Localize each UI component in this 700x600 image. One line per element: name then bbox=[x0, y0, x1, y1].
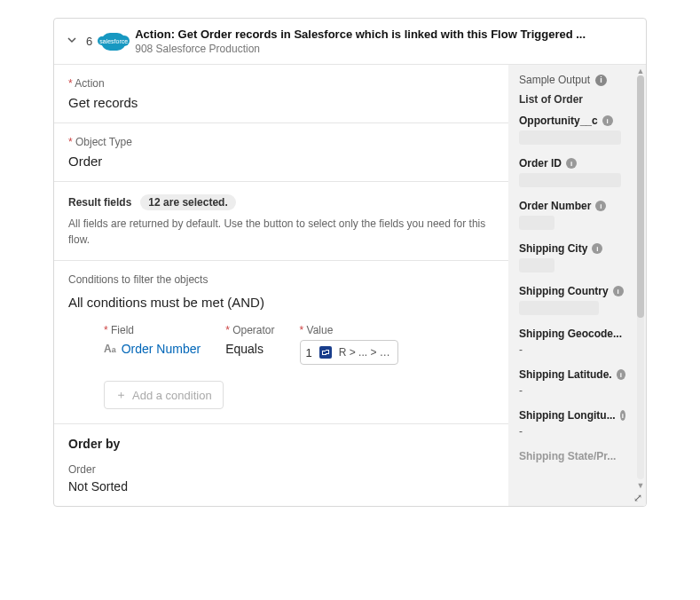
sample-field: Shipping Countryi bbox=[519, 285, 639, 315]
info-icon[interactable]: i bbox=[602, 115, 613, 126]
sample-field-value: - bbox=[519, 384, 639, 397]
step-title: Action: Get Order records in Salesforce … bbox=[135, 28, 586, 41]
filter-operator-label: Operator bbox=[225, 324, 274, 336]
sample-field: Order Numberi bbox=[519, 200, 639, 230]
info-icon[interactable]: i bbox=[620, 410, 625, 421]
info-icon[interactable]: i bbox=[595, 201, 606, 211]
sample-field: Order IDi bbox=[519, 157, 639, 187]
expand-icon[interactable]: ⤢ bbox=[633, 492, 642, 504]
order-by-section: Order by Order Not Sorted bbox=[54, 424, 508, 506]
sample-scrollbar[interactable] bbox=[637, 75, 644, 479]
filter-field-name: Order Number bbox=[122, 342, 201, 356]
main-column: Action Get records Object Type Order Res… bbox=[54, 65, 508, 506]
chevron-down-icon[interactable] bbox=[67, 35, 77, 48]
sample-field: Opportunity__ci bbox=[519, 114, 639, 145]
sample-output-title: Sample Output bbox=[519, 74, 590, 86]
sample-field: Shipping State/Pr... bbox=[519, 450, 639, 462]
sample-field-value: - bbox=[519, 425, 639, 438]
step-number: 6 bbox=[86, 35, 92, 48]
add-condition-button[interactable]: ＋ Add a condition bbox=[104, 381, 224, 409]
info-icon[interactable]: i bbox=[617, 369, 625, 380]
order-by-heading: Order by bbox=[68, 437, 494, 451]
conditions-section: Conditions to filter the objects All con… bbox=[54, 261, 508, 424]
scroll-thumb[interactable] bbox=[637, 75, 644, 318]
info-icon[interactable]: i bbox=[613, 286, 624, 296]
filter-operator-value[interactable]: Equals bbox=[225, 342, 274, 356]
sample-field-label: Order Numberi bbox=[519, 200, 625, 212]
sample-output-title-row: Sample Output i bbox=[519, 74, 639, 86]
sample-field-label: Order IDi bbox=[519, 157, 625, 170]
action-value[interactable]: Get records bbox=[68, 95, 494, 110]
info-icon[interactable]: i bbox=[595, 75, 607, 86]
sample-field-label: Shipping Countryi bbox=[519, 285, 625, 297]
order-value[interactable]: Not Sorted bbox=[68, 479, 494, 493]
filter-field-value[interactable]: Aa Order Number bbox=[104, 342, 201, 356]
sample-field-label: Opportunity__ci bbox=[519, 114, 625, 127]
sample-field: Shipping Cityi bbox=[519, 242, 639, 272]
sample-field-placeholder bbox=[519, 173, 621, 187]
header-text: Action: Get Order records in Salesforce … bbox=[135, 28, 586, 55]
sample-output-panel: Sample Output i List of Order Opportunit… bbox=[508, 65, 646, 506]
flow-step-card: 6 salesforce Action: Get Order records i… bbox=[53, 18, 647, 507]
filter-field-cell: Field Aa Order Number bbox=[104, 324, 201, 356]
conditions-mode[interactable]: All conditions must be met (AND) bbox=[68, 295, 494, 310]
sample-field: Shipping Geocode...i- bbox=[519, 328, 639, 356]
action-label: Action bbox=[68, 77, 494, 90]
text-type-icon: Aa bbox=[104, 343, 116, 355]
sample-field-label: Shipping Geocode...i bbox=[519, 328, 625, 340]
scroll-up-arrow[interactable]: ▲ bbox=[636, 67, 645, 75]
filter-field-label: Field bbox=[104, 324, 201, 336]
add-condition-label: Add a condition bbox=[132, 389, 212, 402]
object-type-value[interactable]: Order bbox=[68, 154, 494, 169]
filter-operator-cell: Operator Equals bbox=[225, 324, 274, 356]
result-fields-count[interactable]: 12 are selected. bbox=[140, 194, 235, 210]
object-type-section: Object Type Order bbox=[54, 123, 508, 182]
step-header[interactable]: 6 salesforce Action: Get Order records i… bbox=[54, 19, 646, 65]
step-subtitle: 908 Salesforce Production bbox=[135, 43, 586, 55]
sample-output-subtitle: List of Order bbox=[519, 93, 639, 106]
info-icon[interactable]: i bbox=[592, 243, 602, 254]
sample-field-label: Shipping Longitu...i bbox=[519, 409, 625, 422]
scroll-down-arrow[interactable]: ▼ bbox=[636, 481, 645, 490]
plus-icon: ＋ bbox=[115, 387, 127, 403]
sample-field: Shipping Longitu...i- bbox=[519, 409, 639, 438]
filter-value-path: R > ... > Sal... bbox=[339, 346, 392, 359]
sample-field-label: Shipping State/Pr... bbox=[519, 450, 625, 462]
order-label: Order bbox=[68, 463, 494, 476]
sample-field-placeholder bbox=[519, 130, 621, 145]
salesforce-icon: salesforce bbox=[101, 33, 126, 51]
filter-value-index: 1 bbox=[306, 346, 312, 359]
sample-field-placeholder bbox=[519, 216, 554, 230]
sample-field-label: Shipping Cityi bbox=[519, 242, 625, 255]
info-icon[interactable]: i bbox=[566, 158, 577, 169]
filter-value-label: Value bbox=[300, 324, 398, 336]
filter-row-block: Field Aa Order Number Operator Equals Va… bbox=[68, 310, 494, 423]
filter-value-input[interactable]: 1 R > ... > Sal... bbox=[300, 340, 398, 365]
sample-field: Shipping Latitude.i- bbox=[519, 368, 639, 397]
sample-field-label: Shipping Latitude.i bbox=[519, 368, 625, 381]
result-fields-section: Result fields 12 are selected. All field… bbox=[54, 182, 508, 261]
flow-reference-icon bbox=[318, 344, 334, 360]
result-fields-help: All fields are returned by default. Use … bbox=[68, 216, 494, 248]
result-fields-label: Result fields bbox=[68, 196, 131, 209]
filter-value-cell: Value 1 R > ... > Sal... bbox=[300, 324, 398, 365]
svg-rect-0 bbox=[319, 346, 332, 359]
sample-field-placeholder bbox=[519, 258, 554, 272]
sample-field-value: - bbox=[519, 343, 639, 356]
conditions-label: Conditions to filter the objects bbox=[68, 273, 494, 286]
sample-field-placeholder bbox=[519, 301, 599, 315]
object-type-label: Object Type bbox=[68, 136, 494, 148]
action-section: Action Get records bbox=[54, 65, 508, 123]
